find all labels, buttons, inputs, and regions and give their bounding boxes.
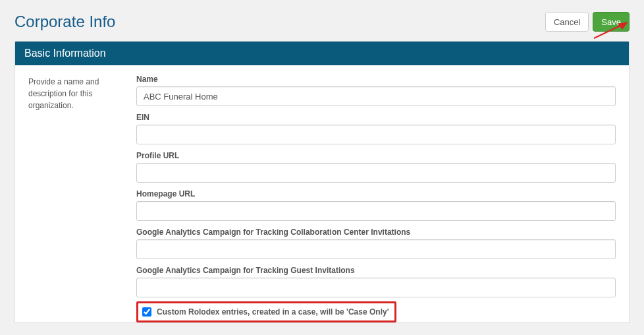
page-title: Corporate Info xyxy=(14,13,115,31)
form-column: Name EIN Profile URL Homepage URL Google xyxy=(136,75,616,322)
panel-description: Provide a name and description for this … xyxy=(28,75,121,322)
header-buttons: Cancel Save xyxy=(545,12,630,32)
ga-guest-label: Google Analytics Campaign for Tracking G… xyxy=(136,266,616,275)
homepage-url-input[interactable] xyxy=(136,201,616,221)
rolodex-checkbox[interactable] xyxy=(142,307,151,317)
save-button[interactable]: Save xyxy=(593,12,630,32)
ein-input[interactable] xyxy=(136,125,616,144)
profile-url-label: Profile URL xyxy=(136,151,616,160)
name-input[interactable] xyxy=(136,86,616,106)
homepage-url-label: Homepage URL xyxy=(136,189,616,198)
ein-label: EIN xyxy=(136,113,616,122)
basic-info-panel: Basic Information Provide a name and des… xyxy=(14,41,630,323)
name-label: Name xyxy=(136,75,616,84)
rolodex-checkbox-label: Custom Rolodex entries, created in a cas… xyxy=(157,307,389,317)
cancel-button[interactable]: Cancel xyxy=(545,12,589,32)
ga-collab-label: Google Analytics Campaign for Tracking C… xyxy=(136,228,616,237)
panel-heading: Basic Information xyxy=(15,42,629,65)
profile-url-input[interactable] xyxy=(136,163,616,183)
ga-guest-input[interactable] xyxy=(136,278,616,297)
rolodex-checkbox-row: Custom Rolodex entries, created in a cas… xyxy=(136,301,396,322)
ga-collab-input[interactable] xyxy=(136,239,616,259)
